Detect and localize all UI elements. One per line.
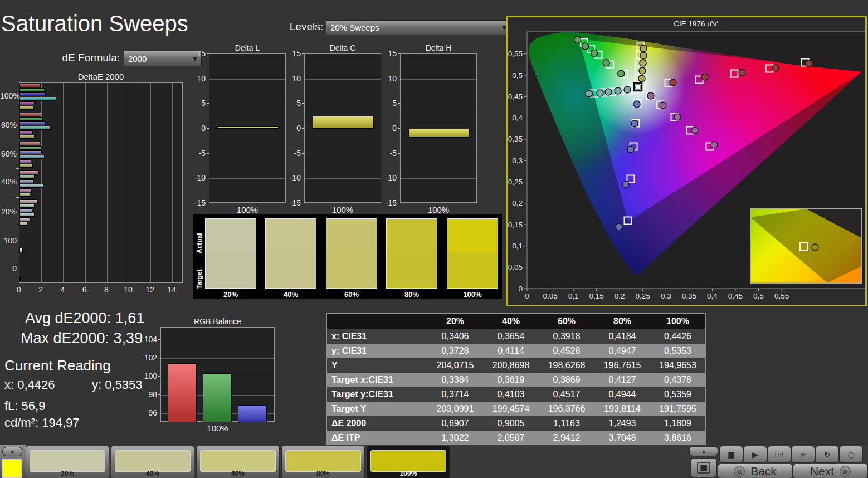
table-cell: 193,8114: [594, 402, 650, 416]
saturation-swatch-button-20%[interactable]: 20%: [26, 446, 109, 478]
single-read-icon: [··]: [775, 451, 784, 458]
deltae-bar-blue: [19, 121, 46, 125]
swatch-label: 60%: [326, 290, 377, 299]
swatch-button-label: 20%: [26, 470, 109, 477]
cie-measured-circle-cyan: [605, 89, 612, 95]
swatch-button-label: 100%: [367, 470, 450, 477]
y-axis-tick-label: 5: [281, 99, 301, 108]
axis-tick: [398, 178, 400, 178]
swatch-target: [266, 253, 316, 288]
table-cell: 1,1809: [650, 416, 706, 431]
table-cell: 0,4517: [539, 387, 594, 402]
axis-tick: [158, 394, 160, 395]
group-label: 60%: [0, 149, 17, 158]
cie-measured-circle-yellow: [638, 75, 645, 82]
swatch-target: [326, 253, 377, 288]
back-button[interactable]: « Back: [718, 464, 792, 478]
swatch-label: 40%: [265, 290, 316, 299]
cie-measured-circle-red: [670, 79, 676, 86]
deltae-bar-cyan: [19, 126, 51, 130]
y-axis-tick-label: -5: [377, 149, 397, 158]
y-tick-label: 0,05: [508, 263, 523, 271]
table-cell: 200,8698: [483, 358, 539, 373]
axis-tick: [16, 226, 19, 226]
cie-measured-circle-yellow: [640, 60, 646, 66]
cie-measured-circle-magenta: [647, 92, 654, 99]
levels-dropdown[interactable]: 20% Sweeps ▼: [326, 20, 511, 35]
y-axis-tick-label: 15: [281, 49, 301, 58]
y-axis-tick-label: 5: [186, 99, 206, 108]
table-row: x: CIE310,34060,36540,39180,41840,4426: [326, 329, 706, 344]
status-button[interactable]: ○: [840, 446, 862, 462]
table-cell: 0,3619: [483, 373, 539, 387]
saturation-swatch-button-80%[interactable]: 80%: [282, 446, 364, 478]
cie-inset-zoom: [750, 209, 861, 283]
y-axis-tick-label: -5: [281, 149, 301, 158]
cie-measured-circle-yellow: [640, 45, 647, 52]
stop-measure-button[interactable]: ■: [691, 459, 716, 477]
x-axis-tick-label: 0: [13, 285, 25, 294]
x-axis-label: 100%: [400, 205, 477, 214]
continuous-button[interactable]: ∞: [792, 446, 815, 462]
delta-c-chart: [304, 53, 381, 203]
gridline: [41, 83, 42, 282]
axis-tick: [398, 103, 400, 104]
single-read-button[interactable]: [··]: [768, 446, 791, 462]
gridline: [305, 154, 381, 154]
table-row: Target Y203,0991199,4574196,3766193,8114…: [326, 402, 706, 416]
delta-chart-title: Delta C: [304, 43, 381, 52]
deltae-bar-yellow: [19, 193, 30, 197]
table-cell: 0,9005: [483, 416, 539, 431]
saturation-swatch-button-100%[interactable]: 100%: [367, 446, 450, 478]
y-tick-label: 0,25: [508, 178, 523, 186]
current-cdm2: cd/m²: 194,97: [4, 416, 80, 430]
table-cell: 204,0715: [427, 358, 483, 373]
row-label: Target y:CIE31: [326, 387, 427, 402]
deltae-bar-cyan: [19, 184, 43, 188]
collapse-button[interactable]: ▲: [690, 447, 718, 456]
table-row: ΔE 20000,69070,90051,11631,24931,1809: [326, 416, 706, 431]
gridline: [209, 178, 285, 179]
cie-measured-circle-magenta: [711, 142, 718, 148]
x-tick-label: 0,3: [661, 292, 671, 300]
stop-button[interactable]: ■: [720, 446, 743, 462]
table-cell: 0,3714: [427, 387, 483, 402]
y-axis-tick-label: 15: [186, 49, 206, 58]
y-tick-label: 0,5: [512, 71, 523, 80]
swatch-button-label: 40%: [111, 470, 194, 477]
x-axis-tick-label: 14: [166, 285, 177, 294]
table-cell: 0,3384: [427, 373, 483, 387]
table-cell: 0,4378: [650, 373, 706, 387]
axis-tick: [398, 203, 400, 203]
y-axis-tick-label: -15: [186, 198, 206, 207]
gridline: [161, 340, 274, 340]
y-axis-tick-label: -10: [281, 173, 301, 182]
table-header-row: 20%40%60%80%100%: [326, 313, 706, 329]
y-tick-label: 0,3: [512, 157, 523, 165]
saturation-swatch-button-60%[interactable]: 60%: [197, 446, 279, 478]
actual-row-label: Actual: [196, 221, 203, 253]
patch-up-button[interactable]: ▲: [3, 447, 22, 456]
saturation-swatch-button-40%[interactable]: 40%: [111, 446, 194, 478]
current-color-patch: [2, 459, 22, 478]
delta-chart-title: Delta H: [400, 43, 477, 52]
x-axis-tick-label: 4: [57, 285, 68, 294]
cie-1976-panel[interactable]: CIE 1976 u'v' 00,050,10,150,20,250,30,35…: [506, 16, 867, 306]
gridline: [209, 79, 285, 80]
axis-tick: [302, 153, 304, 154]
next-button[interactable]: Next »: [793, 464, 867, 478]
x-tick-label: 0,05: [543, 292, 557, 300]
current-y: y: 0,5353: [92, 378, 143, 392]
swatch-actual: [266, 219, 316, 254]
group-label: 0: [0, 264, 17, 273]
table-cell: 0,4426: [650, 329, 706, 344]
avg-de2000: Avg dE2000: 1,61: [25, 310, 144, 327]
stop-square-icon: ■: [697, 462, 710, 474]
deltae-bar-magenta: [19, 130, 33, 134]
up-arrow-icon: ▲: [11, 449, 14, 454]
play-button[interactable]: ▶: [744, 446, 767, 462]
y-tick-label: 0: [518, 285, 523, 293]
x-tick-label: 0,15: [589, 292, 604, 300]
cie-measured-circle-red: [701, 74, 708, 80]
loop-button[interactable]: ↻: [816, 446, 838, 462]
